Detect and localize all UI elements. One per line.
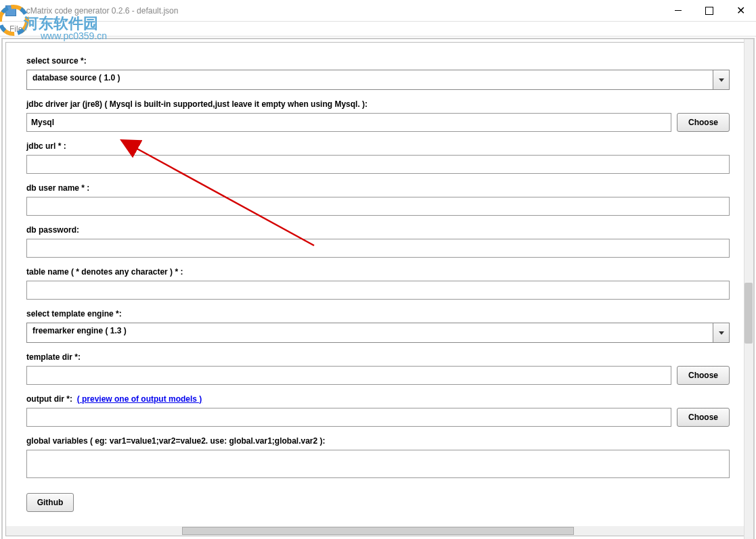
- maximize-button[interactable]: [694, 0, 725, 21]
- jdbc-url-group: jdbc url * :: [26, 141, 730, 174]
- menu-bar: File: [0, 22, 756, 37]
- github-button[interactable]: Github: [26, 493, 74, 512]
- template-engine-label: select template engine *:: [26, 309, 730, 319]
- scroll-thumb[interactable]: [744, 283, 753, 344]
- jdbc-url-label: jdbc url * :: [26, 141, 730, 151]
- db-user-label: db user name * :: [26, 183, 730, 193]
- db-password-label: db password:: [26, 225, 730, 235]
- scroll-thumb[interactable]: [182, 527, 574, 535]
- template-dir-label: template dir *:: [26, 352, 730, 362]
- output-dir-label: output dir *: ( preview one of output mo…: [26, 394, 730, 404]
- horizontal-scrollbar[interactable]: [6, 526, 750, 536]
- window-title: LcMatrix code generator 0.2.6 - default.…: [22, 6, 663, 16]
- select-source-value: database source ( 1.0 ): [26, 70, 713, 90]
- template-dir-input[interactable]: [26, 366, 671, 385]
- table-name-label: table name ( * denotes any character ) *…: [26, 267, 730, 277]
- menu-file[interactable]: File: [4, 23, 28, 35]
- app-icon: [5, 5, 16, 16]
- template-dir-choose-button[interactable]: Choose: [677, 366, 730, 385]
- template-dir-group: template dir *: Choose: [26, 352, 730, 385]
- jdbc-driver-input[interactable]: [26, 113, 671, 132]
- output-dir-group: output dir *: ( preview one of output mo…: [26, 394, 730, 427]
- output-dir-label-text: output dir *:: [26, 394, 72, 404]
- output-dir-choose-button[interactable]: Choose: [677, 408, 730, 427]
- jdbc-driver-choose-button[interactable]: Choose: [677, 113, 730, 132]
- db-user-group: db user name * :: [26, 183, 730, 216]
- db-password-input[interactable]: [26, 239, 730, 258]
- inner-panel: select source *: database source ( 1.0 )…: [3, 39, 753, 539]
- jdbc-driver-group: jdbc driver jar (jre8) ( Mysql is built-…: [26, 99, 730, 132]
- table-name-input[interactable]: [26, 281, 730, 300]
- content-frame: select source *: database source ( 1.0 )…: [5, 42, 751, 536]
- close-button[interactable]: ✕: [725, 0, 756, 21]
- global-vars-label: global variables ( eg: var1=value1;var2=…: [26, 436, 730, 446]
- select-source-dropdown[interactable]: database source ( 1.0 ): [26, 70, 730, 90]
- form-area: select source *: database source ( 1.0 )…: [6, 43, 750, 536]
- minimize-button[interactable]: [663, 0, 694, 21]
- preview-output-link[interactable]: ( preview one of output models ): [77, 394, 202, 404]
- table-name-group: table name ( * denotes any character ) *…: [26, 267, 730, 300]
- template-engine-value: freemarker engine ( 1.3 ): [26, 323, 713, 343]
- global-vars-group: global variables ( eg: var1=value1;var2=…: [26, 436, 730, 478]
- db-password-group: db password:: [26, 225, 730, 258]
- template-engine-group: select template engine *: freemarker eng…: [26, 309, 730, 343]
- jdbc-driver-label: jdbc driver jar (jre8) ( Mysql is built-…: [26, 99, 730, 109]
- main-container: select source *: database source ( 1.0 )…: [1, 38, 755, 539]
- chevron-down-icon[interactable]: [713, 323, 730, 343]
- select-source-label: select source *:: [26, 56, 730, 66]
- output-dir-input[interactable]: [26, 408, 671, 427]
- jdbc-url-input[interactable]: [26, 155, 730, 174]
- select-source-group: select source *: database source ( 1.0 ): [26, 56, 730, 90]
- title-bar: LcMatrix code generator 0.2.6 - default.…: [0, 0, 756, 22]
- vertical-scrollbar[interactable]: [744, 39, 753, 539]
- db-user-input[interactable]: [26, 197, 730, 216]
- template-engine-dropdown[interactable]: freemarker engine ( 1.3 ): [26, 323, 730, 343]
- chevron-down-icon[interactable]: [713, 70, 730, 90]
- window-controls: ✕: [663, 0, 756, 21]
- global-vars-input[interactable]: [26, 450, 730, 478]
